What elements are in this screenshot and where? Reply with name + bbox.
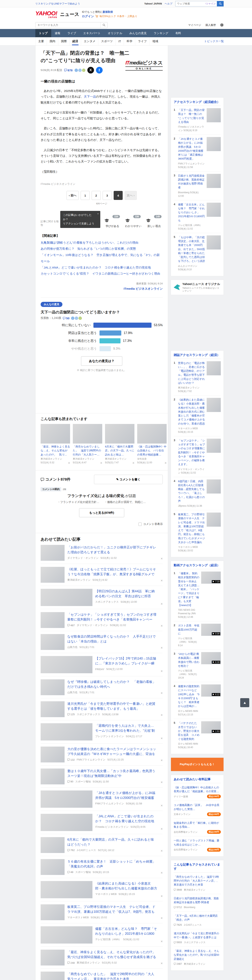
- close-icon[interactable]: ×: [67, 461, 70, 465]
- list-item[interactable]: 達川光男氏が「今まで見た野球選手の中で一番凄い」と絶賛する選手とは「彼を尊敬して…: [41, 698, 163, 720]
- list-item[interactable]: 「商売をなめていました」 滋賀で2時間半の行列の「大人気ラーメン店」、東京進出で…: [41, 969, 163, 980]
- close-icon[interactable]: ×: [160, 602, 163, 606]
- accessed-article-item[interactable]: 日産が１兆円規模資金調達計画、英政府保証付き融資も視野-関係者 5712 Blo…: [174, 894, 221, 912]
- video-ranking-item[interactable]: 2 ガスト店長 年収最高1000万円超に テレビ朝日系（ANN） 5/28(水)…: [174, 621, 221, 650]
- related-link[interactable]: 「JALとANA」どこで違いが生まれたのか？ コロナ禍を乗り越えた空の現在地: [41, 264, 163, 270]
- poll-comment-count[interactable]: 50: [63, 317, 70, 320]
- write-comment-button[interactable]: ✎ コメントを書く: [94, 475, 163, 484]
- category-tab[interactable]: 地域: [150, 37, 161, 45]
- help-link[interactable]: ヘルプ: [165, 2, 172, 5]
- list-item[interactable]: なぜ飲食店の閉店時間は早くなったのか？ 人手不足だけではない「本当の理由」とは …: [41, 631, 163, 653]
- page-button-4-active[interactable]: 4: [114, 191, 123, 200]
- list-item[interactable]: 【プレイバック'15】2年で約140→15店舗に…『東京チカラめし』ブレイクが一…: [41, 653, 163, 676]
- login-link[interactable]: ログイン: [82, 14, 94, 19]
- reaction-button[interactable]: 154 学びがある: [104, 218, 121, 228]
- nav-tab[interactable]: エキスパート: [80, 29, 104, 37]
- ranking-item[interactable]: 3 「セブンはケチ」「ショボすぎて笑う」セブンのセコすぎ増量祭に批判殺到！→今す…: [174, 436, 221, 477]
- list-item[interactable]: 《松屋、ほっともっとで立て続けに発売！》ブームになりそう？な今治名物「焼豚玉子飯…: [41, 564, 163, 586]
- list-item[interactable]: 「最近、神座をよく見るな…え、そんな変化があったの!?」 気づけば全国50店舗超…: [41, 947, 163, 969]
- ranking-item[interactable]: 4 6億円超！日産、内田前社長ら4人に巨額退職金…経営失敗してもウハウハ、「返上…: [174, 477, 221, 511]
- report-article-link[interactable]: 記事に関する報告: [41, 220, 60, 227]
- share-x-button[interactable]: X: [87, 67, 94, 73]
- accessed-article-item[interactable]: 「最近、神座をよく見るな…え、そんな変化があったの!?」気づけば全国50店舗超え…: [174, 947, 221, 968]
- list-item[interactable]: 備蓄「古古古米」どんな味？ 専門家「それなりのおいしさ」2021年産5キロ180…: [41, 923, 163, 947]
- close-icon[interactable]: ×: [160, 579, 163, 583]
- nav-tab[interactable]: ライブ: [64, 29, 80, 37]
- yahoo-original-banner[interactable]: Yahoo!ニュース オリジナル Yahoo!ニュースでしか出会えないコンテンツ: [171, 280, 224, 295]
- category-tab[interactable]: ライフ: [135, 37, 150, 45]
- itmedia-logo[interactable]: ITmediaビジネス ONLiNE: [125, 60, 163, 70]
- accessed-article-item[interactable]: 達川光男氏が「今まで見た野球選手の中で一番凄い」と絶賛する選手とは 5933 ス…: [174, 929, 221, 947]
- list-item[interactable]: 【明日29日のあんぱん】第44話 軍に納める乾パンの注文 草吉は頑なに拒否 蘭子…: [41, 586, 163, 609]
- category-tab[interactable]: 国際: [58, 37, 70, 45]
- inline-keyword-link[interactable]: 天下一品: [84, 95, 96, 98]
- close-icon[interactable]: ×: [160, 827, 163, 831]
- close-icon[interactable]: ×: [160, 737, 163, 740]
- ranking-item[interactable]: 1 「天下一品」閉店の背景は？ 唯一無二の“こってり”に陰りが見える理由 ITm…: [174, 106, 221, 135]
- paid-article-item[interactable]: 《妹・忍は複雑胸中》中山美穂さんの長男が選んだ「相続放棄」その背景… デイリー新…: [174, 783, 221, 801]
- article-card[interactable]: 《妹・忍は複雑胸中》中山美穂さん パリ在住の長男が相続放棄… 女性自身 5/28…: [137, 424, 167, 465]
- back-to-top-button[interactable]: ▲: [240, 698, 249, 707]
- video-ranking-item[interactable]: 1 「備蓄米」 契約相次ぎ随意契約の受付を一旦休止 見えてきた課題…「精米」「パ…: [174, 569, 221, 621]
- close-icon[interactable]: ×: [160, 557, 163, 561]
- list-item[interactable]: 「JALとANA」どこで違いが生まれたのか？ コロナ禍を乗り越えた空の現在地 I…: [41, 811, 163, 834]
- related-link[interactable]: カセットコンロで“くるくる”焙煎？ イワタニの新商品にコーヒー好きがざわつく理由: [41, 270, 163, 277]
- close-icon[interactable]: ×: [164, 461, 167, 465]
- next-page-button[interactable]: 次へ ›: [124, 191, 137, 200]
- ranking-item[interactable]: 5 「もはや神」「次の総理決定」小泉大臣、北海道でも米「2000円台、出てきた」…: [174, 233, 221, 274]
- list-item[interactable]: 「お前がバカだからだ！」ユニクロ柳井正が部下にブチギレた理由が恐ろしすぎて震える…: [41, 542, 163, 564]
- gear-icon[interactable]: [220, 23, 224, 27]
- list-item[interactable]: 大の里が優勝を決めた夜に食べたラーメンはラーメンショップ牛久結束店の『WネギWチ…: [41, 744, 163, 765]
- category-tab[interactable]: 国内: [47, 37, 58, 45]
- prev-page-button[interactable]: ‹ 前へ: [67, 191, 79, 200]
- list-item[interactable]: 《結果的にまた高値になる》小泉進次郎・農水相が打ち出した備蓄米放出の新方式に潜む…: [41, 878, 163, 901]
- share-facebook-button[interactable]: f: [96, 67, 103, 73]
- yahoo-news-logo[interactable]: YAHOO! JAPAN: [35, 10, 57, 18]
- close-icon[interactable]: ×: [99, 461, 102, 465]
- yahoo-japan-link[interactable]: Yahoo! JAPAN: [144, 2, 162, 5]
- ranking-item[interactable]: 1 営業なのに「電話が怖い…」、若者に広がる「電話恐怖症」のリアル。電話が苦手な…: [174, 359, 221, 396]
- ranking-item[interactable]: 2 《結果的にまた高値になる》小泉進次郎・農水相が打ち出した備蓄米放出の新方式に…: [174, 396, 221, 436]
- list-item[interactable]: なぜ『聘珍樓』は破産してしまったのか？ 「老舗の看板」だけでは生き残れない時代へ…: [41, 676, 163, 698]
- nav-tab[interactable]: みんなの意見: [126, 29, 150, 37]
- source-link[interactable]: ITmedia ビジネスオンライン: [124, 287, 163, 290]
- related-link[interactable]: あの同僚が億万長者に？ 知られざる「いつの間にか富裕層」の実態: [41, 246, 163, 252]
- list-item[interactable]: 6月末に「都内で大量閉店」の天下一品。久々に訪れると味はどうだった？ 762 J…: [41, 834, 163, 856]
- nav-tab[interactable]: 速報: [51, 29, 64, 37]
- accessed-article-item[interactable]: 「商売をなめていました」 滋賀で2時間半の行列の「大人気ラーメン店」、東京進出で…: [174, 873, 221, 894]
- video-ranking-item[interactable]: 5 「バナナのたたき売りではないか」野党が小泉大臣を追及 コメめぐる随意契約 日…: [174, 719, 221, 751]
- nav-tab[interactable]: オリジナル: [104, 29, 126, 37]
- list-item[interactable]: 「JAを通すとコメ価格が上がる」にJA福井県が異議 5キロ2000円台の“格安備…: [41, 788, 163, 811]
- category-tab[interactable]: エンタメ: [81, 37, 98, 45]
- related-link[interactable]: 「イオンモール」10年後はどうなる？ 空き店舗が増える中で、気になる「3つ」の新…: [41, 252, 163, 264]
- close-icon[interactable]: ×: [160, 849, 163, 853]
- nav-tab[interactable]: トップ: [35, 29, 51, 37]
- vote-button[interactable]: あなたの意見は？: [81, 356, 122, 366]
- close-icon[interactable]: ×: [160, 894, 163, 898]
- category-tab[interactable]: スポーツ: [98, 37, 115, 45]
- close-icon[interactable]: ×: [160, 871, 163, 875]
- close-icon[interactable]: ×: [131, 461, 134, 465]
- list-item[interactable]: ５６歳の有名女優に驚き！ 近影ショットに「めちゃ綺麗」「美魔女の代名詞」の声 4…: [41, 856, 163, 878]
- paid-article-item[interactable]: 短期金利の上昇で「銀行株」に期待が集まる理由… 会社四季報オンライン 税込330…: [174, 819, 221, 837]
- page-button-3[interactable]: 3: [103, 191, 112, 200]
- list-item[interactable]: 板東英二、プロ野球引退後のマネー人生 テレビ司会者、ドラマ出演、著書は100万部…: [41, 901, 163, 923]
- topbar-promo-link[interactable]: リスキリングをLINEヤフーで始めよう: [35, 2, 80, 5]
- page-button-1[interactable]: 1: [81, 191, 90, 200]
- ranking-item[interactable]: 5 板東英二、プロ野球引退後のマネー人生 テレビ司会者、ドラマ出演、著書は100…: [174, 510, 221, 555]
- video-ranking-item[interactable]: 3 “JAからの電話”農水族議員に…備蓄米放出で問い合わせ相次ぐ テレビ朝日系（…: [174, 650, 221, 682]
- close-icon[interactable]: ×: [160, 669, 163, 673]
- close-icon[interactable]: ×: [160, 780, 163, 784]
- ranking-item[interactable]: 3 日産が１兆円規模資金調達計画、英政府保証付き融資も視野-関係者 Bloomb…: [174, 172, 221, 200]
- comment-count-link[interactable]: 878: [64, 68, 73, 72]
- close-icon[interactable]: ×: [160, 691, 163, 695]
- close-icon[interactable]: ×: [160, 646, 163, 650]
- related-link[interactable]: 丸亀製麺は“讃岐うどん”の看板を下ろしたほうがいい、これだけの理由: [41, 240, 163, 246]
- list-item[interactable]: 「退職代行を使う人はカス」で大炎上…モームリに業界1位を奪われた、“元祖”創業者…: [41, 720, 163, 744]
- id-register-link[interactable]: 新規取得: [103, 10, 113, 13]
- close-icon[interactable]: ×: [160, 758, 163, 762]
- ranking-item[interactable]: 2 「JAを通すとコメ価格が上がる」にJA福井県が異議 5キロ2000円台の“格…: [174, 135, 221, 172]
- category-tab[interactable]: 科学: [124, 37, 135, 45]
- article-card[interactable]: 6月末に「都内で大量閉店」の天下一品。久々に訪れると味は… 東洋経済オンライン …: [105, 424, 134, 465]
- topics-list-link[interactable]: トピックス一覧: [204, 40, 224, 43]
